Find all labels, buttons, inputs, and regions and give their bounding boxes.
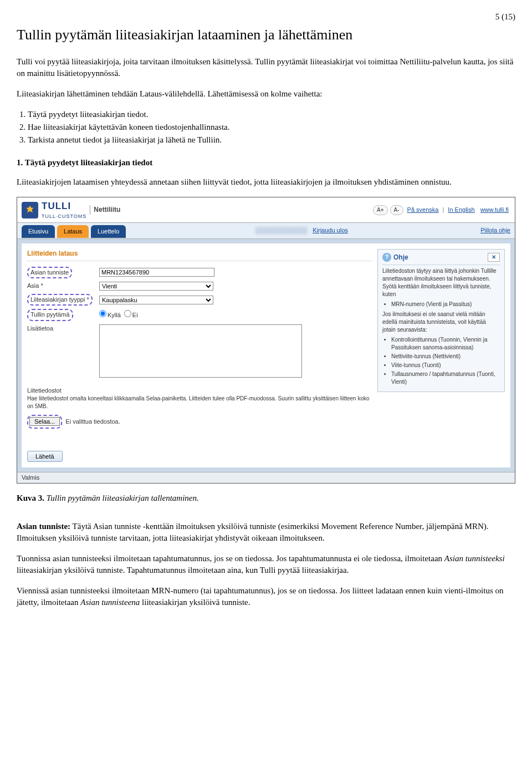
body-p1-text: Täytä Asian tunniste -kenttään ilmoituks… — [17, 522, 488, 542]
app-screenshot: TULLI TULL·CUSTOMS Nettiliitu A+ A- På s… — [17, 197, 515, 484]
help-title: Ohje — [393, 253, 408, 262]
input-asian-tunniste[interactable] — [99, 268, 214, 277]
section-1-heading: 1. Täytä pyydetyt liiteasiakirjan tiedot — [17, 157, 515, 169]
brand-text: TULLI TULL·CUSTOMS — [42, 200, 86, 220]
body-p3b: liiteasiakirjan yksilöivä tunniste. — [140, 598, 250, 607]
font-increase-button[interactable]: A+ — [373, 205, 388, 215]
label-tyyppi: Liiteasiakirjan tyyppi * — [27, 294, 93, 306]
help-li2c: Viite-tunnus (Tuonti) — [391, 362, 500, 369]
body-p2-i1: Asian tunnisteeksi — [444, 554, 505, 563]
textarea-lisatietoa[interactable] — [99, 324, 302, 378]
help-list-2: Kontrollointitunnus (Tuonnin, Viennin ja… — [391, 336, 500, 386]
help-li2b: Nettiviite-tunnus (Nettivienti) — [391, 353, 500, 360]
body-p3: Viennissä asian tunnisteeksi ilmoitetaan… — [17, 585, 515, 608]
select-asia[interactable]: Vienti — [99, 282, 213, 291]
row-lisatietoa: Lisätietoa — [27, 324, 372, 378]
step-1: Täytä pyydetyt liiteasiakirjan tiedot. — [28, 109, 515, 120]
browse-button[interactable]: Selaa... — [29, 417, 60, 426]
intro-paragraph-1: Tulli voi pyytää liiteasiakirjoja, joita… — [17, 56, 515, 79]
submit-button[interactable]: Lähetä — [27, 451, 63, 462]
status-bar: Valmis — [17, 472, 515, 483]
tab-etusivu[interactable]: Etusivu — [22, 225, 55, 238]
radio-no-wrap[interactable]: Ei — [124, 310, 138, 319]
brand-name: TULLI — [42, 200, 86, 213]
step-2: Hae liiteasiakirjat käytettävän koneen t… — [28, 121, 515, 133]
separator: | — [442, 206, 444, 214]
steps-list: Täytä pyydetyt liiteasiakirjan tiedot. H… — [28, 109, 515, 146]
body-p2: Tuonnissa asian tunnisteeksi ilmoitetaan… — [17, 553, 515, 576]
attach-note: Hae liitetiedostot omalta koneeltasi kli… — [27, 395, 372, 410]
select-tyyppi[interactable]: Kauppalasku — [99, 296, 213, 304]
label-pyytama: Tullin pyytämä — [27, 309, 73, 321]
help-close-button[interactable]: ✕ — [488, 253, 500, 262]
lang-swedish-link[interactable]: På svenska — [407, 206, 439, 214]
radio-no[interactable] — [124, 310, 131, 317]
tab-luettelo[interactable]: Luettelo — [91, 225, 126, 238]
body-p2b: liiteasiakirjan yksilöivä tunniste. Tapa… — [17, 566, 349, 574]
help-box: ? Ohje ✕ Liitetiedoston täytyy aina liit… — [377, 249, 505, 392]
attach-heading: Liitetiedostot — [27, 387, 372, 395]
help-title-row: ? Ohje ✕ — [382, 253, 500, 265]
radio-yes[interactable] — [99, 310, 106, 317]
caption-italic: Tullin pyytämän liiteasiakirjan tallenta… — [44, 494, 199, 502]
caption-bold: Kuva 3. — [17, 494, 44, 502]
row-pyytama: Tullin pyytämä Kyllä Ei — [27, 309, 372, 321]
radio-no-label: Ei — [132, 312, 138, 318]
brand-subtitle: TULL·CUSTOMS — [42, 213, 86, 220]
service-name: Nettiliitu — [90, 205, 120, 215]
form-panel-title: Liitteiden lataus — [27, 249, 372, 261]
help-li2a: Kontrollointitunnus (Tuonnin, Viennin ja… — [391, 336, 500, 352]
help-p2: Jos ilmoituksesi ei ole saanut vielä mit… — [382, 311, 500, 334]
hide-help-link[interactable]: Piilota ohje — [480, 226, 510, 235]
form-column: Liitteiden lataus Asian tunniste Asia * … — [27, 249, 372, 462]
row-asia: Asia * Vienti — [27, 282, 372, 291]
site-link[interactable]: www.tulli.fi — [480, 206, 509, 214]
submit-row: Lähetä — [27, 451, 372, 462]
help-li1: MRN-numero (Vienti ja Passitus) — [391, 301, 500, 308]
logout-link[interactable]: Kirjaudu ulos — [313, 226, 348, 235]
radio-yes-wrap[interactable]: Kyllä — [99, 310, 121, 319]
step-3: Tarkista annetut tiedot ja liiteasiakirj… — [28, 134, 515, 146]
label-asia: Asia * — [27, 282, 99, 290]
help-list-1: MRN-numero (Vienti ja Passitus) — [391, 301, 500, 308]
radio-group-pyytama: Kyllä Ei — [99, 310, 138, 319]
help-li2d: Tullausnumero / tapahtumatunnus (Tuonti,… — [391, 370, 500, 386]
tab-lataus[interactable]: Lataus — [57, 225, 89, 238]
row-tyyppi: Liiteasiakirjan tyyppi * Kauppalasku — [27, 294, 372, 306]
nav-row: Etusivu Lataus Luettelo ████████████ Kir… — [17, 223, 515, 239]
help-p1: Liitetiedoston täytyy aina liittyä johon… — [382, 267, 500, 298]
banner: TULLI TULL·CUSTOMS Nettiliitu A+ A- På s… — [17, 197, 515, 222]
user-name-blurred: ████████████ — [255, 226, 308, 235]
content-area: Liitteiden lataus Asian tunniste Asia * … — [22, 243, 510, 467]
tulli-logo-icon — [22, 202, 38, 218]
row-tunniste: Asian tunniste — [27, 267, 372, 278]
body-p1-strong: Asian tunniste: — [17, 522, 70, 531]
main-title: Tullin pyytämän liiteasiakirjan lataamin… — [17, 25, 515, 45]
label-asian-tunniste: Asian tunniste — [27, 267, 72, 278]
page-number: 5 (15) — [17, 11, 515, 23]
label-lisatietoa: Lisätietoa — [27, 324, 99, 333]
no-file-text: Ei valittua tiedostoa. — [65, 418, 120, 426]
body-p2a: Tuonnissa asian tunnisteeksi ilmoitetaan… — [17, 554, 444, 563]
body-p1: Asian tunniste: Täytä Asian tunniste -ke… — [17, 521, 515, 544]
figure-caption: Kuva 3. Tullin pyytämän liiteasiakirjan … — [17, 492, 515, 504]
lang-english-link[interactable]: In English — [448, 206, 474, 214]
radio-yes-label: Kyllä — [108, 312, 121, 318]
browse-row: Selaa... Ei valittua tiedostoa. — [27, 415, 372, 428]
help-column: ? Ohje ✕ Liitetiedoston täytyy aina liit… — [377, 249, 505, 462]
intro-paragraph-2: Liiteasiakirjan lähettäminen tehdään Lat… — [17, 88, 515, 100]
font-decrease-button[interactable]: A- — [390, 205, 403, 215]
section-1-paragraph: Liiteasiakirjojen lataamisen yhteydessä … — [17, 176, 515, 188]
body-p3-i1: Asian tunnisteena — [80, 598, 140, 607]
help-icon: ? — [382, 253, 391, 262]
